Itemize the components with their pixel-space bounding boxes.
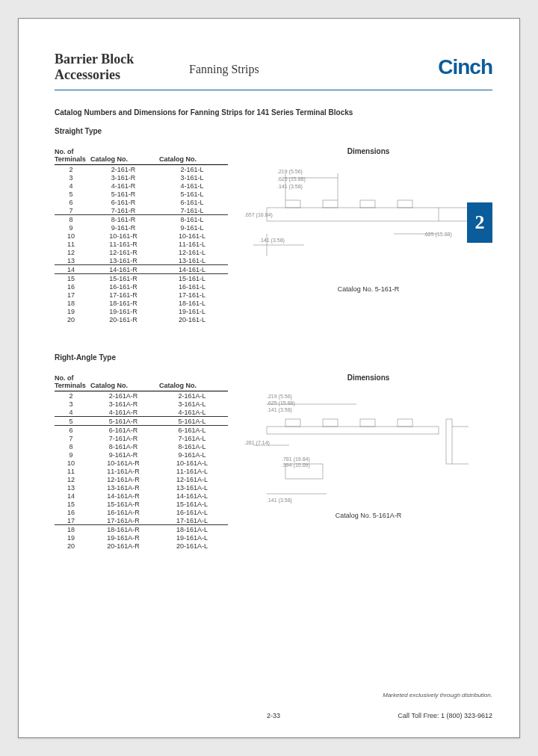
table-row: 55-161-R5-161-L bbox=[55, 190, 228, 198]
table-row: 1414-161-R14-161-L bbox=[55, 265, 228, 274]
right-angle-dimensions: Dimensions bbox=[244, 374, 492, 550]
dim-c: .141 (3.58) bbox=[267, 407, 292, 412]
table-row: 1515-161-R15-161-L bbox=[55, 274, 228, 283]
table-row: 88-161-R8-161-L bbox=[55, 215, 228, 224]
col-catalog-r: Catalog No. bbox=[90, 147, 159, 165]
svg-rect-0 bbox=[267, 208, 439, 221]
header-rule bbox=[55, 90, 492, 90]
table-row: 1313-161A-R13-161A-L bbox=[55, 483, 228, 492]
dim-g: .141 (3.58) bbox=[267, 498, 292, 503]
table-row: 1111-161A-R11-161A-L bbox=[55, 467, 228, 475]
dim-b: .625 (15.88) bbox=[277, 176, 306, 182]
col-catalog-r: Catalog No. bbox=[90, 374, 159, 391]
straight-catalog-table: No. of Terminals Catalog No. Catalog No.… bbox=[55, 147, 228, 323]
table-row: 22-161-R2-161-L bbox=[55, 165, 228, 174]
table-row: 55-161A-R5-161A-L bbox=[55, 417, 228, 426]
table-row: 77-161-R7-161-L bbox=[55, 206, 228, 215]
table-row: 88-161A-R8-161A-L bbox=[55, 442, 228, 450]
page: Barrier Block Accessories Fanning Strips… bbox=[18, 18, 520, 738]
table-row: 1212-161A-R12-161A-L bbox=[55, 475, 228, 483]
table-row: 99-161-R9-161-L bbox=[55, 223, 228, 232]
table-row: 1212-161-R12-161-L bbox=[55, 248, 228, 256]
table-row: 33-161A-R3-161A-L bbox=[55, 400, 228, 408]
table-row: 1717-161-R17-161-L bbox=[55, 291, 228, 299]
dimensions-title: Dimensions bbox=[244, 147, 492, 155]
table-row: 1010-161A-R10-161A-L bbox=[55, 459, 228, 467]
svg-rect-14 bbox=[285, 419, 300, 427]
table-row: 1717-161A-R17-161A-L bbox=[55, 516, 228, 525]
col-terminals: No. of Terminals bbox=[55, 147, 90, 165]
svg-rect-3 bbox=[360, 200, 375, 208]
svg-rect-13 bbox=[267, 427, 439, 434]
table-row: 1515-161A-R15-161A-L bbox=[55, 500, 228, 508]
straight-type-block: No. of Terminals Catalog No. Catalog No.… bbox=[55, 147, 492, 323]
distribution-note: Marketed exclusively through distributio… bbox=[383, 692, 492, 698]
dim-a: .219 (5.56) bbox=[267, 394, 292, 399]
page-footer: 2-33 Call Toll Free: 1 (800) 323-9612 bbox=[55, 712, 492, 719]
dimensions-title: Dimensions bbox=[244, 374, 492, 382]
table-row: 44-161-R4-161-L bbox=[55, 182, 228, 190]
col-catalog-l: Catalog No. bbox=[159, 374, 228, 391]
table-row: 1919-161A-R19-161A-L bbox=[55, 533, 228, 542]
straight-dimensions: Dimensions bbox=[244, 147, 492, 323]
table-row: 1616-161A-R16-161A-L bbox=[55, 508, 228, 516]
dim-e: .781 (19.84) bbox=[282, 456, 310, 462]
col-terminals: No. of Terminals bbox=[55, 374, 90, 391]
table-row: 1818-161-R18-161-L bbox=[55, 299, 228, 307]
title-line1: Barrier Block bbox=[55, 52, 134, 66]
page-number: 2-33 bbox=[267, 712, 280, 719]
svg-rect-18 bbox=[446, 419, 452, 464]
table-row: 99-161A-R9-161A-L bbox=[55, 450, 228, 459]
table-row: 1414-161A-R14-161A-L bbox=[55, 492, 228, 500]
right-angle-drawing: .219 (5.56) .625 (15.88) .141 (3.58) .28… bbox=[244, 389, 476, 509]
table-row: 2020-161-R20-161-L bbox=[55, 315, 228, 323]
table-row: 2020-161A-R20-161A-L bbox=[55, 542, 228, 550]
section-tab: 2 bbox=[467, 202, 492, 243]
straight-caption: Catalog No. 5-161-R bbox=[244, 285, 492, 293]
dim-c: .141 (3.58) bbox=[277, 184, 303, 189]
dim-d: .281 (7.14) bbox=[244, 440, 270, 445]
straight-type-label: Straight Type bbox=[55, 127, 492, 135]
right-angle-label: Right-Angle Type bbox=[55, 353, 492, 362]
phone-number: Call Toll Free: 1 (800) 323-9612 bbox=[398, 712, 492, 719]
right-angle-block: No. of Terminals Catalog No. Catalog No.… bbox=[55, 374, 492, 550]
svg-rect-16 bbox=[360, 419, 375, 427]
straight-drawing: .219 (5.56) .625 (15.88) .141 (3.58) .65… bbox=[244, 163, 476, 282]
title-line2: Accessories bbox=[55, 67, 120, 82]
dim-d: .657 (16.84) bbox=[244, 212, 273, 217]
dim-b: .625 (15.88) bbox=[267, 400, 295, 406]
header-title: Barrier Block Accessories bbox=[55, 52, 182, 82]
svg-rect-17 bbox=[398, 419, 412, 427]
table-row: 77-161A-R7-161A-L bbox=[55, 434, 228, 442]
col-catalog-l: Catalog No. bbox=[159, 147, 228, 165]
svg-rect-15 bbox=[323, 419, 338, 427]
page-header: Barrier Block Accessories Fanning Strips… bbox=[55, 52, 492, 82]
brand-logo: Cinch bbox=[438, 55, 492, 79]
right-angle-catalog-table: No. of Terminals Catalog No. Catalog No.… bbox=[55, 374, 228, 550]
svg-rect-4 bbox=[398, 200, 412, 208]
table-row: 33-161-R3-161-L bbox=[55, 173, 228, 182]
dim-a: .219 (5.56) bbox=[277, 169, 303, 174]
dim-f: .625 (15.88) bbox=[424, 232, 452, 237]
table-row: 66-161-R6-161-L bbox=[55, 198, 228, 206]
svg-rect-1 bbox=[285, 200, 300, 208]
header-subtitle: Fanning Strips bbox=[182, 58, 438, 76]
table-row: 1616-161-R16-161-L bbox=[55, 282, 228, 291]
table-row: 44-161A-R4-161A-L bbox=[55, 408, 228, 417]
catalog-heading: Catalog Numbers and Dimensions for Fanni… bbox=[55, 108, 492, 117]
svg-rect-2 bbox=[323, 200, 338, 208]
table-row: 1111-161-R11-161-L bbox=[55, 240, 228, 248]
table-row: 66-161A-R6-161A-L bbox=[55, 426, 228, 435]
table-row: 1919-161-R19-161-L bbox=[55, 307, 228, 315]
dim-f: .594 (15.09) bbox=[282, 462, 310, 468]
table-row: 22-161A-R2-161A-L bbox=[55, 391, 228, 400]
table-row: 1818-161A-R18-161A-L bbox=[55, 525, 228, 534]
table-row: 1010-161-R10-161-L bbox=[55, 232, 228, 240]
dim-e: .141 (3.58) bbox=[259, 238, 285, 243]
table-row: 1313-161-R13-161-L bbox=[55, 256, 228, 265]
